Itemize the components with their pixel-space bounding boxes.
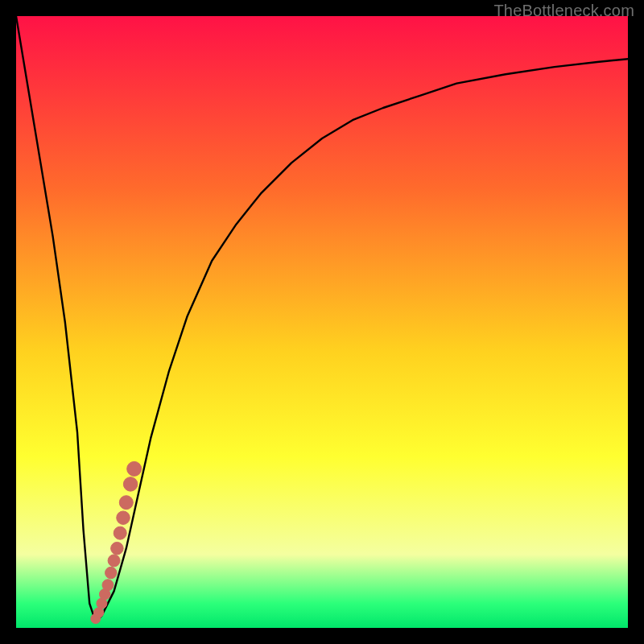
plot-area bbox=[16, 16, 628, 628]
highlighted-point bbox=[114, 526, 126, 539]
gradient-background bbox=[16, 16, 628, 628]
highlighted-point bbox=[117, 511, 130, 525]
highlighted-point bbox=[127, 461, 142, 476]
highlighted-point bbox=[119, 496, 133, 510]
highlighted-point bbox=[93, 608, 104, 618]
highlighted-point bbox=[105, 567, 118, 579]
highlighted-point bbox=[111, 542, 124, 555]
chart-frame: TheBottleneck.com bbox=[0, 0, 644, 644]
highlighted-point bbox=[108, 555, 120, 567]
highlighted-point bbox=[123, 477, 138, 492]
chart-svg bbox=[16, 16, 628, 628]
highlighted-point bbox=[102, 580, 114, 591]
watermark-text: TheBottleneck.com bbox=[493, 2, 634, 20]
